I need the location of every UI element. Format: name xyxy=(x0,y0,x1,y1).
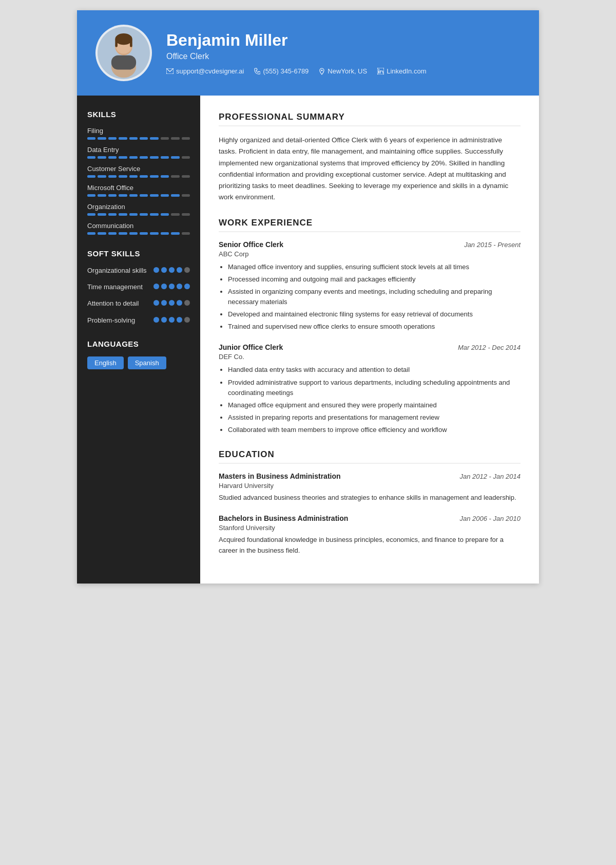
skill-segment xyxy=(108,232,117,235)
skills-list: FilingData EntryCustomer ServiceMicrosof… xyxy=(87,127,190,235)
skill-segment xyxy=(182,232,190,235)
soft-skill-dot xyxy=(153,284,159,289)
soft-skill-name: Organizational skills xyxy=(87,266,153,275)
skill-item: Customer Service xyxy=(87,165,190,178)
experience-title: Senior Office Clerk xyxy=(219,240,283,249)
skill-segment xyxy=(182,194,190,197)
skill-segment xyxy=(129,175,138,178)
soft-skill-dot xyxy=(177,300,182,306)
experience-bullets: Managed office inventory and supplies, e… xyxy=(219,262,521,332)
skill-name: Organization xyxy=(87,203,190,211)
education-header: Masters in Business AdministrationJan 20… xyxy=(219,472,521,480)
soft-skill-dots xyxy=(153,317,190,323)
skill-segment xyxy=(119,232,127,235)
soft-skill-dot xyxy=(153,300,159,306)
soft-skill-dot xyxy=(177,284,182,289)
email-icon xyxy=(166,68,174,74)
soft-skill-dot xyxy=(161,284,167,289)
skill-segment xyxy=(87,137,95,140)
skill-segment xyxy=(140,232,148,235)
soft-skill-dots xyxy=(153,300,190,306)
skill-bar xyxy=(87,175,190,178)
skill-segment xyxy=(161,232,169,235)
header-info: Benjamin Miller Office Clerk support@cvd… xyxy=(166,31,427,75)
soft-skill-dot xyxy=(177,267,182,273)
svg-point-13 xyxy=(378,69,379,70)
experience-header: Senior Office ClerkJan 2015 - Present xyxy=(219,240,521,249)
skill-segment xyxy=(140,213,148,216)
experience-company: DEF Co. xyxy=(219,353,521,361)
skill-segment xyxy=(161,156,169,159)
soft-skill-dot xyxy=(153,317,159,323)
soft-skill-dots xyxy=(153,267,190,273)
header-title: Office Clerk xyxy=(166,52,427,61)
experience-bullet: Handled data entry tasks with accuracy a… xyxy=(228,365,521,375)
experience-bullet: Managed office equipment and ensured the… xyxy=(228,400,521,410)
contact-location: NewYork, US xyxy=(319,67,367,75)
skill-segment xyxy=(171,175,179,178)
soft-skill-dot xyxy=(153,267,159,273)
experience-bullet: Developed and maintained electronic fili… xyxy=(228,309,521,319)
soft-skill-dot xyxy=(184,284,190,289)
experience-section-title: WORK EXPERIENCE xyxy=(219,218,521,232)
header-contacts: support@cvdesigner.ai (555) 345-6789 New… xyxy=(166,67,427,75)
sidebar: SKILLS FilingData EntryCustomer ServiceM… xyxy=(77,96,200,584)
header: Benjamin Miller Office Clerk support@cvd… xyxy=(77,10,539,96)
soft-skill-dot xyxy=(184,267,190,273)
soft-skill-item: Problem-solving xyxy=(87,316,190,325)
education-degree: Masters in Business Administration xyxy=(219,472,341,480)
skill-item: Organization xyxy=(87,203,190,216)
skill-segment xyxy=(119,156,127,159)
skill-segment xyxy=(140,175,148,178)
skill-segment xyxy=(129,156,138,159)
experience-entry: Senior Office ClerkJan 2015 - PresentABC… xyxy=(219,240,521,332)
svg-point-10 xyxy=(321,69,323,71)
experience-bullets: Handled data entry tasks with accuracy a… xyxy=(219,365,521,435)
skill-segment xyxy=(150,213,158,216)
soft-skill-name: Attention to detail xyxy=(87,299,153,308)
body: SKILLS FilingData EntryCustomer ServiceM… xyxy=(77,96,539,584)
skill-segment xyxy=(98,232,106,235)
resume-wrapper: Benjamin Miller Office Clerk support@cvd… xyxy=(77,10,539,584)
skill-segment xyxy=(87,175,95,178)
education-school: Harvard University xyxy=(219,482,521,490)
skill-bar xyxy=(87,194,190,197)
soft-skill-item: Time management xyxy=(87,283,190,292)
experience-bullet: Collaborated with team members to improv… xyxy=(228,425,521,435)
skill-segment xyxy=(171,232,179,235)
experience-bullet: Provided administrative support to vario… xyxy=(228,378,521,398)
skill-segment xyxy=(119,175,127,178)
skill-segment xyxy=(140,194,148,197)
skill-segment xyxy=(129,137,138,140)
main-content: PROFESSIONAL SUMMARY Highly organized an… xyxy=(200,96,539,584)
experience-entry: Junior Office ClerkMar 2012 - Dec 2014DE… xyxy=(219,343,521,435)
soft-skills-section-title: SOFT SKILLS xyxy=(87,249,190,258)
svg-point-6 xyxy=(115,33,132,45)
skill-item: Communication xyxy=(87,222,190,235)
contact-phone: (555) 345-6789 xyxy=(254,67,309,75)
skills-section-title: SKILLS xyxy=(87,110,190,119)
skill-segment xyxy=(150,156,158,159)
education-date: Jan 2012 - Jan 2014 xyxy=(459,473,521,480)
skill-segment xyxy=(150,194,158,197)
skill-segment xyxy=(129,232,138,235)
skill-segment xyxy=(161,137,169,140)
linkedin-icon xyxy=(377,68,384,74)
skill-segment xyxy=(171,137,179,140)
soft-skill-dot xyxy=(169,267,175,273)
experience-bullet: Processed incoming and outgoing mail and… xyxy=(228,274,521,285)
svg-rect-7 xyxy=(115,39,118,47)
skill-segment xyxy=(140,156,148,159)
skill-name: Data Entry xyxy=(87,146,190,154)
soft-skill-dot xyxy=(161,300,167,306)
education-school: Stanford University xyxy=(219,524,521,532)
soft-skill-dot xyxy=(161,267,167,273)
skill-segment xyxy=(108,175,117,178)
skill-bar xyxy=(87,213,190,216)
soft-skill-name: Time management xyxy=(87,283,153,292)
skill-segment xyxy=(129,213,138,216)
skill-segment xyxy=(171,213,179,216)
skill-segment xyxy=(150,175,158,178)
skill-bar xyxy=(87,137,190,140)
skill-segment xyxy=(182,156,190,159)
